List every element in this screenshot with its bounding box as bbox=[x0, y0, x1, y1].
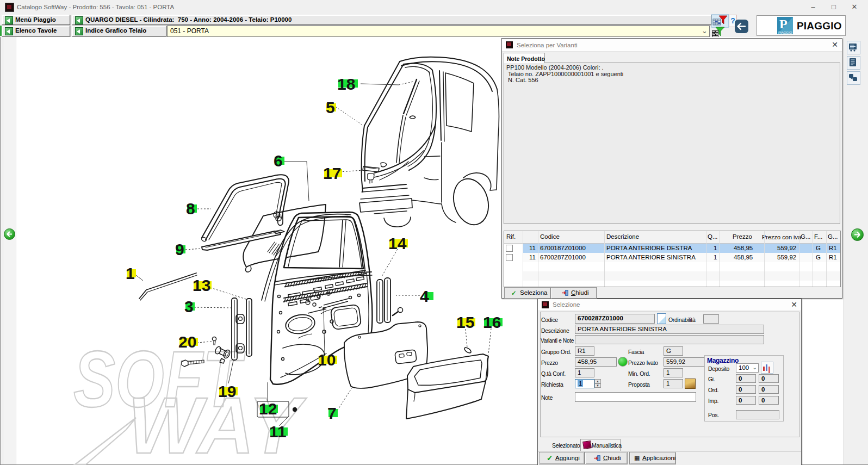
svg-text:9: 9 bbox=[175, 240, 184, 258]
svg-text:15: 15 bbox=[456, 313, 474, 331]
svg-text:11: 11 bbox=[269, 423, 287, 441]
svg-text:4: 4 bbox=[420, 287, 429, 305]
svg-text:19: 19 bbox=[218, 382, 236, 400]
svg-text:18: 18 bbox=[337, 75, 355, 93]
svg-text:5: 5 bbox=[326, 98, 335, 116]
svg-text:3: 3 bbox=[184, 297, 194, 315]
svg-text:10: 10 bbox=[318, 351, 336, 369]
svg-text:8: 8 bbox=[186, 200, 195, 218]
svg-text:6: 6 bbox=[274, 152, 283, 170]
svg-text:17: 17 bbox=[323, 164, 341, 182]
svg-text:20: 20 bbox=[178, 333, 196, 351]
svg-text:16: 16 bbox=[483, 313, 501, 331]
svg-text:13: 13 bbox=[193, 276, 210, 294]
svg-text:14: 14 bbox=[388, 234, 407, 252]
svg-text:7: 7 bbox=[327, 404, 337, 422]
svg-text:12: 12 bbox=[259, 400, 277, 418]
svg-text:1: 1 bbox=[126, 264, 135, 282]
